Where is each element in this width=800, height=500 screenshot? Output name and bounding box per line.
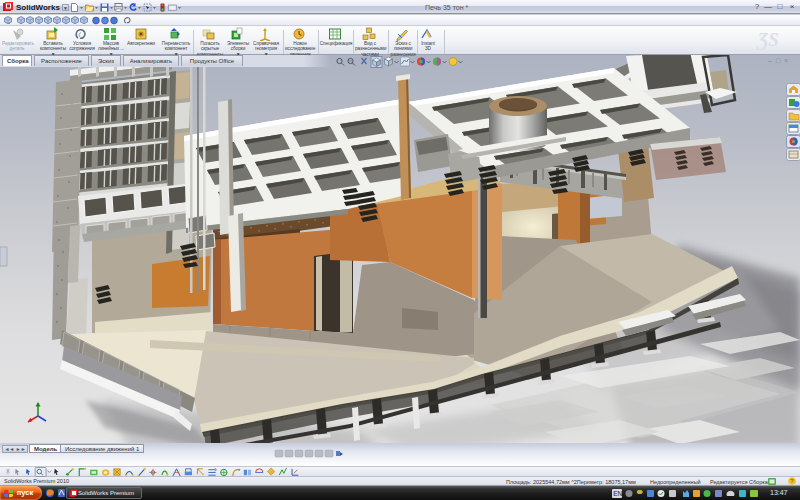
svg-text:EN: EN (613, 490, 622, 497)
